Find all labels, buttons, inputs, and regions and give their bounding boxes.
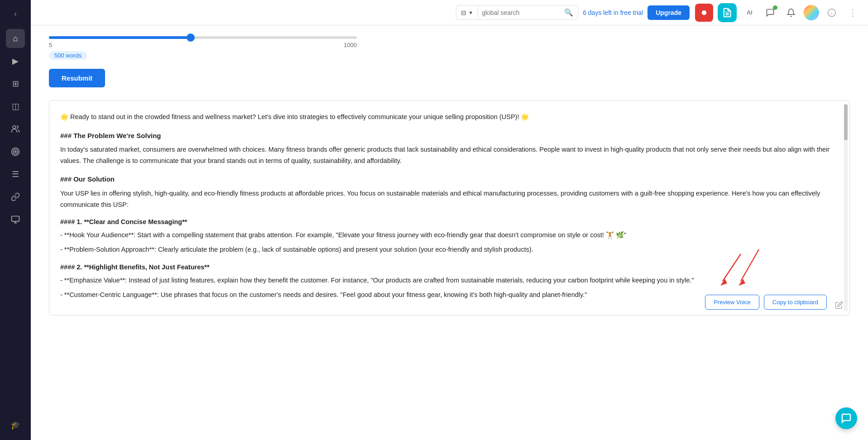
response-section1-body: In today's saturated market, consumers a…	[60, 144, 839, 166]
floating-chat-button[interactable]	[835, 407, 857, 429]
response-section4-title: #### 2. **Highlight Benefits, Not Just F…	[60, 262, 839, 273]
svg-point-7	[702, 10, 707, 15]
sidebar-item-graduation[interactable]: 🎓	[6, 416, 25, 435]
record-button[interactable]	[695, 4, 713, 22]
response-section3-item2: - **Problem-Solution Approach**: Clearly…	[60, 244, 839, 255]
filter-icon: ⊟	[461, 9, 466, 16]
response-section1-title: ### The Problem We're Solving	[60, 130, 839, 142]
svg-point-3	[14, 151, 16, 152]
chat-button[interactable]	[762, 5, 778, 21]
sidebar-item-grid[interactable]: ⊞	[6, 74, 25, 93]
response-scrollbar[interactable]	[844, 104, 848, 311]
sidebar-item-play[interactable]: ▶	[6, 52, 25, 71]
info-button[interactable]	[824, 5, 840, 21]
response-section3-title: #### 1. **Clear and Concise Messaging**	[60, 216, 839, 228]
main-area: ⊟ ▼ 🔍 6 days left in free trial Upgrade …	[31, 0, 868, 440]
edit-icon[interactable]	[835, 301, 846, 311]
dropdown-chevron-icon: ▼	[468, 10, 473, 15]
sidebar-item-link[interactable]	[6, 187, 25, 206]
sidebar-item-list[interactable]: ☰	[6, 165, 25, 184]
svg-rect-4	[12, 216, 19, 222]
sidebar: ‹ ⌂ ▶ ⊞ ◫ ☰ 🎓	[0, 0, 31, 440]
search-filter-button[interactable]: ⊟ ▼	[456, 6, 478, 19]
response-intro: 🌟 Ready to stand out in the crowded fitn…	[60, 111, 839, 123]
svg-point-2	[13, 149, 18, 154]
svg-point-1	[12, 148, 19, 156]
preview-voice-button[interactable]: Preview Voice	[705, 295, 759, 310]
search-container: ⊟ ▼ 🔍	[456, 5, 578, 20]
response-section3-item1: - **Hook Your Audience**: Start with a c…	[60, 230, 839, 241]
slider-fill	[49, 36, 191, 39]
sidebar-item-monitor[interactable]	[6, 210, 25, 229]
search-submit-button[interactable]: 🔍	[560, 5, 578, 19]
slider-thumb[interactable]	[187, 33, 195, 42]
response-section4-item1: - **Emphasize Value**: Instead of just l…	[60, 275, 839, 286]
response-section2-body: Your USP lies in offering stylish, high-…	[60, 188, 839, 210]
resubmit-button[interactable]: Resubmit	[49, 69, 105, 87]
ai-script-button[interactable]	[718, 3, 737, 22]
search-input[interactable]	[478, 6, 560, 19]
slider-min-label: 5	[49, 42, 52, 48]
sidebar-item-people[interactable]	[6, 120, 25, 139]
user-avatar[interactable]	[804, 5, 819, 20]
topbar-right: AI ⋮	[695, 3, 861, 22]
svg-point-0	[13, 126, 16, 129]
slider-value-badge: 500 words	[49, 51, 87, 60]
response-section2-title: ### Our Solution	[60, 173, 839, 185]
topbar: ⊟ ▼ 🔍 6 days left in free trial Upgrade …	[31, 0, 868, 25]
response-scrollbar-thumb	[844, 104, 848, 140]
search-icon: 🔍	[564, 9, 573, 16]
notifications-button[interactable]	[783, 5, 799, 21]
topbar-center: ⊟ ▼ 🔍 6 days left in free trial Upgrade	[456, 5, 690, 20]
copy-clipboard-button[interactable]: Copy to clipboard	[764, 295, 827, 310]
slider-max-label: 1000	[344, 42, 357, 48]
slider-labels: 5 1000	[49, 42, 357, 48]
more-options-button[interactable]: ⋮	[844, 5, 861, 21]
sidebar-item-target[interactable]	[6, 142, 25, 161]
sidebar-toggle[interactable]: ‹	[7, 5, 24, 22]
bottom-actions: Preview Voice Copy to clipboard	[705, 295, 827, 310]
sidebar-item-box[interactable]: ◫	[6, 97, 25, 116]
slider-track	[49, 36, 357, 39]
trial-text: 6 days left in free trial	[583, 9, 643, 16]
response-box: 🌟 Ready to stand out in the crowded fitn…	[49, 100, 850, 316]
main-content: 5 1000 500 words Resubmit 🌟 Ready to sta…	[31, 25, 868, 440]
word-count-slider-container: 5 1000 500 words	[49, 36, 850, 60]
ai-text-button[interactable]: AI	[741, 5, 758, 21]
sidebar-item-home[interactable]: ⌂	[6, 29, 25, 48]
upgrade-button[interactable]: Upgrade	[647, 5, 690, 20]
